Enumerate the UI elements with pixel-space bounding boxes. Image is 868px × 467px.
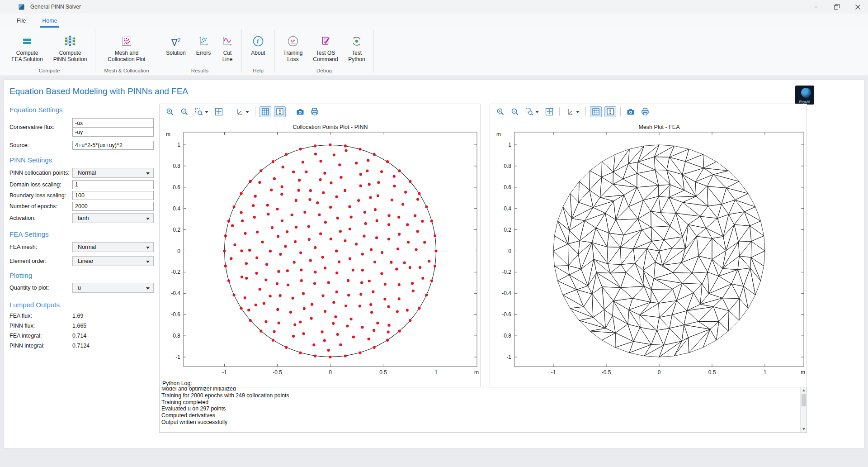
python-log-box[interactable]: Model and optimizer initialized Training… [159, 387, 807, 433]
axis-orientation-button[interactable] [564, 106, 581, 117]
source-row: Source: [9, 141, 154, 150]
grid-toggle-button[interactable] [590, 106, 602, 117]
print-button[interactable] [639, 106, 651, 117]
errors-button[interactable]: Errors [191, 32, 216, 56]
minimize-button[interactable] [806, 0, 826, 14]
collocation-points-plot[interactable]: -1-0.500.5110.80.60.40.20-0.2-0.4-0.6-0.… [160, 119, 481, 393]
pinn-integral-row: PINN integral: 0.7124 [9, 343, 154, 349]
fea-mesh-plot[interactable]: -1-0.500.5110.80.60.40.20-0.2-0.4-0.6-0.… [490, 119, 807, 393]
zoom-out-button[interactable] [179, 106, 190, 117]
quantity-to-plot-label: Quantity to plot: [9, 285, 72, 291]
pinn-collocation-points-dropdown[interactable]: Normal [72, 168, 154, 178]
close-button[interactable] [847, 0, 868, 14]
triangle-down-icon [802, 428, 805, 430]
number-of-epochs-row: Number of epochs: [9, 202, 154, 211]
fea-mesh-row: FEA mesh: Normal [9, 242, 154, 252]
triangle-up-icon [802, 389, 805, 391]
svg-text:-1: -1 [506, 354, 511, 360]
cut-line-button[interactable]: CutLine [217, 32, 238, 62]
colorbar-toggle-button[interactable] [604, 106, 616, 117]
scroll-down-button[interactable] [801, 426, 807, 432]
fea-mesh-dropdown[interactable]: Normal [72, 242, 154, 252]
section-divider [9, 227, 154, 227]
window-title: General PINN Solver [30, 4, 81, 10]
mesh-and-collocation-plot-button[interactable]: Mesh andCollocation Plot [99, 32, 155, 62]
zoom-extents-button[interactable] [543, 106, 555, 117]
element-order-dropdown[interactable]: Linear [72, 256, 154, 266]
svg-text:-0.2: -0.2 [502, 269, 511, 275]
svg-text:0.2: 0.2 [173, 227, 180, 233]
about-button[interactable]: i About [245, 32, 271, 56]
solution-button[interactable]: ∇2 Solution [161, 32, 190, 56]
zoom-out-icon [180, 108, 189, 116]
chevron-down-icon [146, 261, 150, 263]
tab-file[interactable]: File [14, 14, 29, 28]
section-header-fea-settings: FEA Settings [9, 230, 49, 238]
svg-text:0.6: 0.6 [173, 184, 180, 191]
svg-text:-0.4: -0.4 [502, 290, 511, 296]
svg-text:0.8: 0.8 [504, 163, 511, 169]
scatter-box-icon [120, 33, 133, 50]
source-input[interactable] [72, 141, 154, 150]
domain-loss-scaling-label: Domain loss scaling: [9, 181, 72, 188]
svg-text:0: 0 [329, 369, 332, 376]
pinn-flux-value: 1.665 [72, 323, 86, 329]
print-button[interactable] [309, 106, 321, 117]
restore-button[interactable] [826, 0, 847, 14]
collocation-plot-panel: -1-0.500.5110.80.60.40.20-0.2-0.4-0.6-0.… [159, 104, 481, 392]
svg-text:m: m [166, 131, 170, 138]
grid-icon [592, 108, 600, 116]
number-of-epochs-label: Number of epochs: [9, 203, 72, 210]
section-header-plotting: Plotting [9, 272, 32, 279]
colorbar-icon [606, 108, 614, 116]
svg-text:0.8: 0.8 [173, 163, 180, 169]
quantity-to-plot-dropdown[interactable]: u [72, 283, 154, 293]
zoom-in-button[interactable] [495, 106, 506, 117]
close-icon [855, 5, 860, 10]
zoom-out-button[interactable] [509, 106, 521, 117]
grid-toggle-button[interactable] [259, 106, 271, 117]
error-scatter-icon [197, 33, 210, 50]
ribbon: ComputeFEA Solution [0, 28, 868, 76]
nabla-squared-icon: ∇2 [171, 33, 181, 50]
training-loss-button[interactable]: TrainingLoss [278, 32, 308, 62]
zoom-in-button[interactable] [164, 106, 176, 117]
physai-logo-text: PhysAI [795, 100, 814, 103]
tab-home[interactable]: Home [39, 14, 60, 28]
snapshot-button[interactable] [294, 106, 306, 117]
svg-text:0: 0 [508, 248, 511, 254]
svg-text:m: m [496, 131, 501, 138]
boundary-loss-scaling-label: Boundary loss scaling: [9, 192, 72, 199]
zoom-extents-button[interactable] [213, 106, 225, 117]
ribbon-group-help: i About Help [242, 28, 274, 76]
test-os-command-button[interactable]: Test OSCommand [309, 32, 342, 62]
activation-dropdown[interactable]: tanh [72, 213, 154, 223]
scroll-up-button[interactable] [801, 387, 807, 393]
compute-fea-solution-button[interactable]: ComputeFEA Solution [7, 32, 47, 62]
test-python-button[interactable]: TestPython [343, 32, 370, 62]
toolbar-separator [585, 107, 586, 116]
source-label: Source: [9, 142, 72, 148]
chevron-down-icon [146, 287, 150, 290]
compute-pinn-solution-button[interactable]: ComputePiNN Solution [48, 32, 92, 62]
domain-loss-scaling-input[interactable] [72, 180, 154, 189]
grid-icon [261, 108, 269, 116]
axis-orientation-button[interactable] [233, 106, 251, 117]
zoom-box-button[interactable] [193, 106, 210, 117]
fea-flux-label: FEA flux: [9, 313, 72, 319]
zoom-box-icon [525, 108, 533, 116]
activation-row: Activation: tanh [9, 213, 154, 223]
scrollbar-thumb[interactable] [802, 394, 806, 406]
colorbar-toggle-button[interactable] [274, 106, 286, 117]
log-scrollbar[interactable] [800, 387, 807, 432]
boundary-loss-scaling-input[interactable] [72, 191, 154, 200]
conservative-flux-y-input[interactable] [72, 127, 154, 137]
zoom-box-button[interactable] [524, 106, 541, 117]
number-of-epochs-input[interactable] [72, 202, 154, 211]
conservative-flux-x-input[interactable] [72, 118, 154, 128]
toolbar-separator [255, 107, 255, 116]
snapshot-button[interactable] [625, 106, 637, 117]
os-command-icon [319, 33, 332, 50]
physai-logo-orb [801, 88, 811, 98]
ribbon-group-label-help: Help [245, 68, 271, 76]
